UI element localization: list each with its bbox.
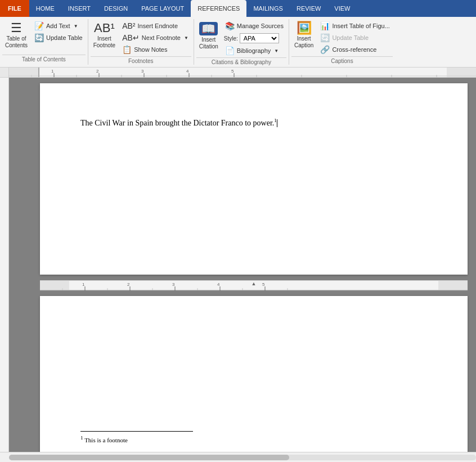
insert-footnote-label: Insert Footnote [93,35,115,49]
page2-body [80,319,427,431]
insert-endnote-label: Insert Endnote [137,23,178,29]
cross-reference-icon: 🔗 [320,45,330,54]
next-footnote-arrow: ▼ [184,35,188,41]
toc-label: Table of Contents [5,35,28,49]
add-text-button[interactable]: 📝 Add Text ▼ [32,20,86,32]
ribbon: ☰ Table of Contents 📝 Add Text ▼ 🔄 Updat… [0,17,476,68]
group-captions-content: 🖼️ Insert Caption 📊 Insert Table of Figu… [291,20,393,55]
toc-group-label: Table of Contents [2,55,86,64]
cross-reference-label: Cross-reference [332,46,376,53]
insert-footnote-button[interactable]: AB¹ Insert Footnote [91,20,118,51]
citations-group-label: Citations & Bibliography [196,57,286,66]
update-table-label: Update Table [46,34,83,41]
svg-text:1: 1 [82,282,85,287]
insert-tof-icon: 📊 [320,21,330,30]
tab-view[interactable]: VIEW [327,0,357,17]
page-break-ruler: 1 2 3 4 5 [20,280,476,290]
bibliography-button[interactable]: 📄 Bibliography ▼ [222,45,286,56]
captions-stack: 📊 Insert Table of Figu... 🔄 Update Table… [317,20,393,55]
update-table-captions-button[interactable]: 🔄 Update Table [317,32,393,43]
manage-sources-icon: 📚 [225,21,235,30]
svg-text:5: 5 [231,69,234,74]
svg-text:4: 4 [217,282,220,287]
footnotes-stack: AB² Insert Endnote AB↵ Next Footnote ▼ 📋… [119,20,191,55]
svg-text:1: 1 [51,69,54,74]
svg-text:3: 3 [172,282,175,287]
manage-sources-button[interactable]: 📚 Manage Sources [222,20,286,32]
next-footnote-icon: AB↵ [122,33,140,42]
footnote-text: 1 This is a footnote [80,435,427,443]
show-notes-icon: 📋 [122,45,132,54]
show-notes-label: Show Notes [134,46,167,53]
add-text-arrow: ▼ [74,24,78,29]
left-ruler [0,78,9,452]
tab-references[interactable]: REFERENCES [191,0,246,17]
page-2: 1 This is a footnote [40,296,468,452]
svg-text:4: 4 [186,69,189,74]
manage-sources-label: Manage Sources [237,23,284,29]
insert-citation-button[interactable]: 📖 Insert Citation [196,20,221,52]
toc-stack: 📝 Add Text ▼ 🔄 Update Table [32,20,86,43]
show-notes-button[interactable]: 📋 Show Notes [119,44,191,55]
page-wrapper: The Civil War in Spain brought the Dicta… [9,78,476,452]
toc-icon: ☰ [11,22,22,34]
group-footnotes: AB¹ Insert Footnote AB² Insert Endnote A… [88,19,194,65]
group-footnotes-content: AB¹ Insert Footnote AB² Insert Endnote A… [91,20,191,55]
page-body-paragraph[interactable]: The Civil War in Spain brought the Dicta… [80,117,427,129]
page-1: The Civil War in Spain brought the Dicta… [40,83,468,275]
tab-design[interactable]: DESIGN [97,0,134,17]
horizontal-scrollbar[interactable] [0,452,476,462]
insert-citation-label: Insert Citation [199,37,218,50]
text-cursor [277,119,277,127]
footnotes-group-label: Footnotes [91,56,191,65]
tab-file[interactable]: FILE [0,0,29,17]
caption-icon: 🖼️ [297,22,312,34]
style-select[interactable]: APA MLA Chicago [240,33,279,43]
footnote-divider [80,431,193,432]
page-body-text: The Civil War in Spain brought the Dicta… [80,119,274,127]
update-table-captions-label: Update Table [332,34,369,41]
tab-page-layout[interactable]: PAGE LAYOUT [134,0,191,17]
bibliography-label: Bibliography [237,47,271,54]
group-citations: 📖 Insert Citation 📚 Manage Sources Style… [194,19,289,65]
svg-text:5: 5 [262,282,265,287]
insert-endnote-icon: AB² [122,21,135,30]
tab-bar: FILE HOME INSERT DESIGN PAGE LAYOUT REFE… [0,0,476,17]
update-table-button[interactable]: 🔄 Update Table [32,32,86,43]
insert-endnote-button[interactable]: AB² Insert Endnote [119,20,191,32]
update-table-icon: 🔄 [34,33,44,42]
footnote-number: 1 [80,435,83,441]
toc-button[interactable]: ☰ Table of Contents [2,20,30,51]
group-captions: 🖼️ Insert Caption 📊 Insert Table of Figu… [289,19,395,65]
group-table-of-contents: ☰ Table of Contents 📝 Add Text ▼ 🔄 Updat… [0,19,88,65]
insert-table-of-figures-button[interactable]: 📊 Insert Table of Figu... [317,20,393,32]
captions-group-label: Captions [291,56,393,65]
footnote-content: This is a footnote [84,437,128,443]
update-table-captions-icon: 🔄 [320,33,330,42]
bibliography-icon: 📄 [225,46,235,55]
tab-home[interactable]: HOME [29,0,61,17]
next-footnote-label: Next Footnote [142,34,181,41]
style-row: Style: APA MLA Chicago [222,32,286,44]
footnote-icon: AB¹ [94,22,115,34]
insert-tof-label: Insert Table of Figu... [332,23,390,29]
add-text-icon: 📝 [34,21,44,30]
citations-stack: 📚 Manage Sources Style: APA MLA Chicago … [222,20,286,56]
next-footnote-button[interactable]: AB↵ Next Footnote ▼ [119,32,191,43]
bibliography-arrow: ▼ [274,48,279,53]
style-label: Style: [224,35,238,42]
svg-text:3: 3 [141,69,144,74]
tab-insert[interactable]: INSERT [61,0,97,17]
tab-mailings[interactable]: MAILINGS [246,0,290,17]
svg-text:2: 2 [96,69,99,74]
tab-review[interactable]: REVIEW [290,0,327,17]
citation-icon: 📖 [199,22,218,35]
svg-text:2: 2 [127,282,130,287]
insert-caption-button[interactable]: 🖼️ Insert Caption [291,20,316,51]
group-toc-content: ☰ Table of Contents 📝 Add Text ▼ 🔄 Updat… [2,20,86,53]
top-ruler: 1 2 3 4 5 [0,68,476,78]
add-text-label: Add Text [46,23,70,29]
insert-caption-label: Insert Caption [294,35,313,49]
document-area: The Civil War in Spain brought the Dicta… [0,78,476,452]
cross-reference-button[interactable]: 🔗 Cross-reference [317,44,393,55]
